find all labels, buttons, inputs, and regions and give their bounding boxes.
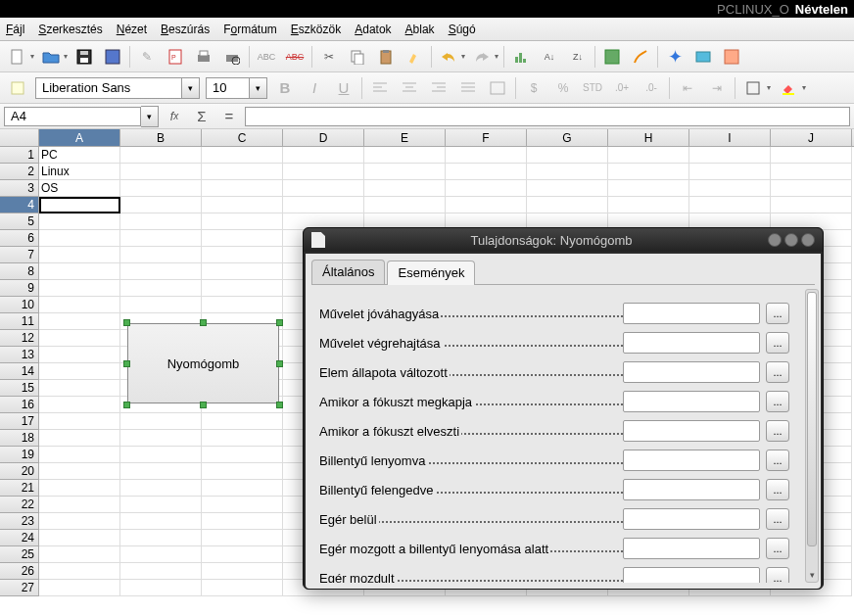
cell[interactable] [120,413,202,430]
row-header[interactable]: 12 [0,330,39,347]
cut-icon[interactable]: ✂ [317,45,341,69]
cell[interactable] [689,147,771,164]
event-browse-button[interactable]: ... [766,303,789,324]
cell[interactable] [39,347,120,363]
datasources-icon[interactable] [720,45,743,69]
menu-tools[interactable]: Eszközök [291,23,341,36]
column-header[interactable]: E [364,129,446,146]
maximize-button[interactable] [784,233,798,247]
row-header[interactable]: 25 [0,546,39,563]
event-input[interactable] [623,391,760,412]
cell[interactable] [39,363,120,380]
cell[interactable] [202,180,283,197]
cell[interactable] [120,263,202,280]
cell[interactable] [689,180,771,197]
event-input[interactable] [623,361,760,383]
cell[interactable] [527,147,608,164]
formula-input[interactable] [245,107,850,126]
cell[interactable] [120,247,202,263]
row-header[interactable]: 7 [0,247,39,263]
chart-icon[interactable] [509,45,533,69]
menu-edit[interactable]: Szerkesztés [38,23,102,36]
cell[interactable] [120,164,202,180]
scroll-down-icon[interactable]: ▾ [806,570,818,582]
cell[interactable] [120,197,202,213]
add-decimal-icon[interactable]: .0+ [610,76,634,100]
cell[interactable] [202,147,283,164]
menu-file[interactable]: Fájl [6,23,24,36]
row-header[interactable]: 15 [0,380,39,397]
align-left-icon[interactable] [368,76,392,100]
font-size-input[interactable]: 10 [206,77,250,99]
cell[interactable] [202,580,283,596]
resize-handle[interactable] [123,319,130,326]
cell-reference-input[interactable]: A4 [4,107,141,126]
row-header[interactable]: 22 [0,497,39,513]
tab-general[interactable]: Általános [311,260,385,284]
cell[interactable] [771,180,852,197]
cell[interactable] [120,180,202,197]
equals-icon[interactable]: = [217,105,241,128]
cell[interactable] [771,164,852,180]
cell[interactable] [527,164,608,180]
resize-handle[interactable] [276,319,283,326]
row-header[interactable]: 16 [0,397,39,413]
font-name-dropdown[interactable]: ▾ [182,77,200,99]
event-browse-button[interactable]: ... [766,391,789,412]
cell[interactable] [39,313,120,330]
cell[interactable] [202,263,283,280]
sort-asc-icon[interactable]: A↓ [538,45,561,69]
event-input[interactable] [623,479,760,500]
resize-handle[interactable] [200,402,207,408]
resize-handle[interactable] [123,402,130,408]
cell[interactable] [120,480,202,497]
cell[interactable] [283,147,364,164]
cell[interactable] [120,563,202,580]
cell[interactable] [39,513,120,530]
cell[interactable] [39,546,120,563]
resize-handle[interactable] [276,360,283,367]
spellcheck-icon[interactable]: ABC [255,45,278,69]
cell[interactable] [39,530,120,546]
column-header[interactable]: I [689,129,771,146]
cell[interactable] [283,164,364,180]
column-header[interactable]: F [446,129,527,146]
cell[interactable] [446,197,527,213]
row-header[interactable]: 20 [0,463,39,480]
row-header[interactable]: 13 [0,347,39,363]
cell[interactable] [39,480,120,497]
cell[interactable] [364,147,446,164]
merge-icon[interactable] [486,76,509,100]
cell[interactable] [608,147,689,164]
cell[interactable] [283,197,364,213]
column-header[interactable]: A [39,129,120,146]
cell[interactable] [39,297,120,313]
pdf-icon[interactable]: P [164,45,187,69]
align-justify-icon[interactable] [456,76,480,100]
row-header[interactable]: 19 [0,447,39,463]
open-icon[interactable] [39,45,63,69]
sum-icon[interactable]: Σ [190,105,214,128]
form-pushbutton[interactable]: Nyomógomb [127,323,279,403]
cell[interactable] [608,180,689,197]
dialog-scrollbar[interactable]: ▾ [805,289,819,583]
row-header[interactable]: 8 [0,263,39,280]
event-input[interactable] [623,332,760,354]
cell[interactable] [202,213,283,230]
sort-desc-icon[interactable]: Z↓ [566,45,590,69]
navigator-icon[interactable]: ✦ [663,45,687,69]
close-button[interactable] [801,233,815,247]
cell[interactable] [202,430,283,447]
tab-events[interactable]: Események [387,261,475,285]
row-header[interactable]: 21 [0,480,39,497]
underline-icon[interactable]: U [332,76,356,100]
column-header[interactable]: H [608,129,689,146]
row-header[interactable]: 17 [0,413,39,430]
function-wizard-icon[interactable]: fx [163,105,186,128]
cell[interactable] [39,247,120,263]
resize-handle[interactable] [200,319,207,326]
event-browse-button[interactable]: ... [766,479,789,500]
cell[interactable] [39,580,120,596]
cell[interactable] [39,397,120,413]
event-input[interactable] [623,508,760,530]
